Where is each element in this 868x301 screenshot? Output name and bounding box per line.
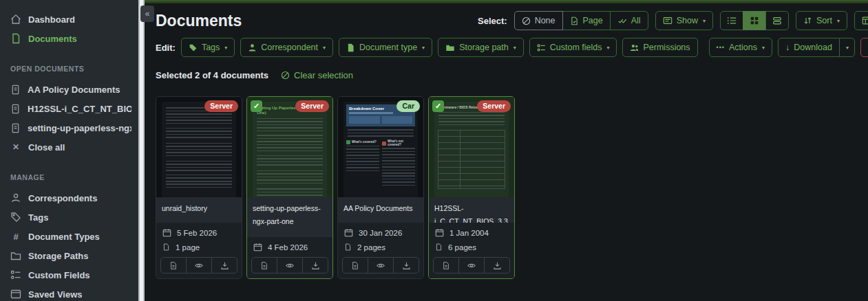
- grid-view-button[interactable]: [743, 11, 766, 30]
- download-icon: [311, 261, 320, 270]
- tag-badge[interactable]: Server: [295, 100, 329, 112]
- edit-tags-button[interactable]: Tags ▾: [181, 38, 235, 57]
- show-dropdown-button[interactable]: Show ▾: [655, 11, 713, 30]
- edit-document-type-button[interactable]: Document type ▾: [339, 38, 432, 57]
- card-details: 1 Jan 2004 6 pages: [429, 223, 514, 278]
- view-document-button[interactable]: [186, 258, 211, 273]
- document-title[interactable]: unraid_history: [156, 197, 242, 223]
- download-document-button[interactable]: [484, 258, 509, 273]
- edit-storage-path-button[interactable]: Storage path ▾: [438, 38, 524, 57]
- edit-document-button[interactable]: [343, 258, 368, 273]
- document-title[interactable]: H12SSL-i_C_CT_NT_BIOS_3.3_release_notes: [429, 197, 514, 223]
- edit-custom-fields-button[interactable]: Custom fields ▾: [529, 38, 617, 57]
- eye-icon: [194, 261, 204, 270]
- views-dropdown-button[interactable]: Views ▾: [854, 11, 868, 30]
- file-check-icon: [570, 16, 579, 25]
- download-document-button[interactable]: [302, 258, 328, 273]
- sidebar-item-label: Storage Paths: [28, 251, 88, 261]
- edit-correspondent-button[interactable]: Correspondent ▾: [240, 38, 333, 57]
- select-none-button[interactable]: None: [514, 11, 563, 30]
- clear-selection-link[interactable]: Clear selection: [281, 70, 353, 80]
- list-view-button[interactable]: [720, 11, 743, 30]
- delete-button[interactable]: Delete: [860, 38, 868, 57]
- selected-check-badge[interactable]: ✓: [251, 100, 262, 112]
- views-icon: [862, 16, 868, 25]
- document-card[interactable]: ✓ Car Breakdown Cover: [337, 96, 424, 279]
- file-icon: [346, 43, 355, 52]
- detail-view-button[interactable]: [765, 11, 789, 30]
- document-card[interactable]: ✓ Server Firmware / BIOS Release Notes F…: [428, 96, 515, 279]
- sidebar-item-correspondents[interactable]: Correspondents: [10, 188, 131, 208]
- sidebar-item-custom-fields[interactable]: Custom Fields: [10, 265, 131, 285]
- tag-badge[interactable]: Server: [477, 100, 511, 112]
- edit-tags-label: Tags: [202, 43, 220, 52]
- document-thumbnail[interactable]: ✓ Server Firmware / BIOS Release Notes F…: [429, 97, 514, 197]
- radios-icon: [10, 269, 21, 280]
- home-icon: [10, 14, 21, 25]
- page-count-icon: [162, 243, 170, 252]
- download-document-button[interactable]: [211, 258, 237, 273]
- open-doc-label: AA Policy Documents: [28, 85, 120, 95]
- download-button[interactable]: ↓ Download: [778, 38, 840, 57]
- edit-permissions-button[interactable]: Permissions: [622, 38, 697, 57]
- document-card[interactable]: ✓ Server Setting Up Paperless NGX (Part …: [246, 96, 333, 279]
- view-document-button[interactable]: [368, 258, 393, 273]
- show-fields-icon: [663, 16, 673, 25]
- scrollbar-thumb[interactable]: [140, 0, 143, 301]
- sidebar-item-documents[interactable]: Documents: [10, 29, 131, 48]
- tag-badge[interactable]: Server: [204, 100, 238, 112]
- chevron-down-icon: ▾: [846, 45, 849, 51]
- open-doc-label: setting-up-paperless-ngx-part-one: [28, 123, 131, 133]
- sidebar-scrollbar[interactable]: [138, 0, 145, 301]
- sidebar-item-dashboard[interactable]: Dashboard: [10, 10, 131, 29]
- document-date-row: 1 Jan 2004: [435, 228, 508, 237]
- check-all-icon: [617, 16, 627, 25]
- sidebar-item-label: Custom Fields: [28, 270, 90, 280]
- document-thumbnail[interactable]: ✓ Server Setting Up Paperless NGX (Part …: [247, 97, 332, 197]
- document-card[interactable]: ✓ Server unraid_history: [156, 96, 242, 279]
- download-document-button[interactable]: [393, 258, 419, 273]
- sidebar-close-all[interactable]: ✕ Close all: [10, 137, 131, 157]
- sidebar-open-doc-3[interactable]: setting-up-paperless-ngx-part-one: [10, 118, 131, 137]
- sidebar-collapse-button[interactable]: «: [140, 5, 154, 22]
- actions-dropdown-button[interactable]: ••• Actions ▾: [709, 38, 772, 57]
- note-icon: [442, 261, 450, 270]
- calendar-icon: [253, 243, 262, 252]
- document-grid: ✓ Server unraid_history: [156, 96, 868, 279]
- document-thumbnail[interactable]: ✓ Car Breakdown Cover: [338, 97, 423, 197]
- document-date-row: 30 Jan 2026: [344, 228, 417, 237]
- folder-icon: [445, 43, 455, 52]
- edit-document-button[interactable]: [252, 258, 277, 273]
- covered-column: What's covered?: [346, 140, 379, 189]
- selected-check-badge[interactable]: ✓: [432, 100, 444, 112]
- view-document-button[interactable]: [458, 258, 484, 273]
- select-none-label: None: [535, 16, 555, 25]
- download-label: Download: [794, 43, 832, 52]
- sidebar-item-saved-views[interactable]: Saved Views: [10, 285, 131, 301]
- sidebar-open-doc-1[interactable]: AA Policy Documents: [10, 80, 131, 99]
- document-title[interactable]: setting-up-paperless-ngx-part-one: [247, 197, 332, 237]
- sort-dropdown-button[interactable]: Sort ▾: [796, 11, 847, 30]
- edit-document-button[interactable]: [434, 258, 458, 273]
- clear-selection-label: Clear selection: [294, 70, 353, 80]
- top-accent-bar: [145, 0, 868, 3]
- detail-view-icon: [772, 16, 782, 25]
- sidebar-item-tags[interactable]: Tags: [10, 208, 131, 227]
- edit-document-button[interactable]: [161, 258, 186, 273]
- sidebar-item-label: Tags: [28, 212, 48, 223]
- sidebar-open-doc-2[interactable]: H12SSL-i_C_CT_NT_BIOS_3.3_rele...: [10, 99, 131, 118]
- sidebar-item-storage-paths[interactable]: Storage Paths: [10, 246, 131, 265]
- slash-circle-icon: [281, 71, 290, 80]
- sidebar-item-document-types[interactable]: # Document Types: [10, 227, 131, 246]
- actions-label: Actions: [729, 43, 757, 52]
- thumbnail-page: Firmware / BIOS Release Notes Form: [434, 102, 509, 197]
- document-pages: 1 page: [176, 243, 200, 252]
- select-page-button[interactable]: Page: [562, 11, 611, 30]
- download-options-button[interactable]: ▾: [839, 38, 855, 57]
- view-document-button[interactable]: [277, 258, 302, 273]
- document-title[interactable]: AA Policy Documents: [338, 197, 423, 223]
- header-controls: Select: None Page: [478, 11, 868, 30]
- document-thumbnail[interactable]: ✓ Server: [156, 97, 242, 197]
- tag-badge[interactable]: Car: [396, 100, 420, 112]
- select-all-button[interactable]: All: [610, 11, 648, 30]
